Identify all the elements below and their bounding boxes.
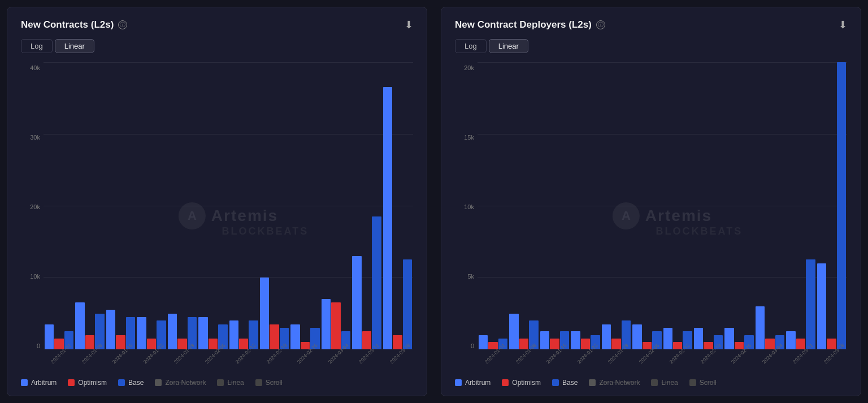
legend-zora-2: Zora Network — [589, 379, 640, 387]
bar-arbitrum — [198, 317, 207, 349]
download-icon-1[interactable]: ⬇ — [405, 19, 413, 31]
y-label-0b: 0 — [471, 343, 474, 349]
bar-group — [694, 62, 723, 349]
legend-label-arbitrum: Arbitrum — [465, 379, 491, 387]
panel-new-deployers: New Contract Deployers (L2s) ⓘ ⬇ Log Lin… — [441, 7, 861, 396]
legend-label-linea: Linea — [661, 379, 678, 387]
bar-group — [229, 62, 258, 349]
panel-header-1: New Contracts (L2s) ⓘ ⬇ — [21, 19, 413, 31]
bar-arbitrum — [260, 278, 269, 349]
chart-content-1: A Artemis BLOCKBEATS 2024-01-012024-01-0… — [44, 62, 413, 370]
bar-arbitrum — [817, 263, 826, 349]
y-label-0: 0 — [37, 343, 40, 349]
toggle-linear-1[interactable]: Linear — [55, 39, 94, 53]
legend-base-1: Base — [118, 379, 144, 387]
title-row-1: New Contracts (L2s) ⓘ — [21, 19, 127, 31]
legend-optimism-2: Optimism — [502, 379, 541, 387]
y-label-40k: 40k — [30, 64, 40, 71]
legend-dot-optimism — [502, 379, 509, 386]
toggle-log-1[interactable]: Log — [21, 39, 53, 53]
legend-label-optimism: Optimism — [512, 379, 541, 387]
bar-arbitrum — [786, 331, 795, 349]
bar-arbitrum — [383, 87, 392, 349]
chart-wrapper-2: 20k 15k 10k 5k 0 A Artemis BLOCKBEA — [455, 62, 847, 370]
bar-base — [837, 62, 846, 349]
bars-row-2 — [478, 62, 847, 349]
info-icon-1[interactable]: ⓘ — [118, 20, 127, 29]
legend-scroll-2: Scroll — [689, 379, 717, 387]
y-label-30k: 30k — [30, 134, 40, 141]
info-icon-2[interactable]: ⓘ — [596, 20, 605, 29]
legend-dot-arbitrum — [21, 379, 28, 386]
bar-arbitrum — [352, 256, 361, 349]
x-axis-2: 2024-01-012024-01-082024-01-152024-01-22… — [478, 349, 847, 370]
legend-label-scroll: Scroll — [700, 379, 717, 387]
legend-label-linea: Linea — [227, 379, 244, 387]
legend-linea-1: Linea — [217, 379, 244, 387]
legend-dot-linea — [217, 379, 224, 386]
bar-group — [632, 62, 661, 349]
legend-label-scroll: Scroll — [266, 379, 283, 387]
panel-title-1: New Contracts (L2s) — [21, 19, 114, 31]
bar-arbitrum — [479, 335, 488, 349]
legend-arbitrum-1: Arbitrum — [21, 379, 57, 387]
bar-optimism — [362, 331, 371, 349]
bar-optimism — [393, 335, 402, 349]
y-axis-1: 40k 30k 20k 10k 0 — [21, 62, 44, 370]
bar-arbitrum — [322, 299, 331, 349]
panel-title-2: New Contract Deployers (L2s) — [455, 19, 592, 31]
legend-label-optimism: Optimism — [78, 379, 107, 387]
legend-zora-1: Zora Network — [155, 379, 206, 387]
legend-label-zora: Zora Network — [165, 379, 206, 387]
bar-arbitrum — [540, 331, 549, 349]
legend-dot-base — [552, 379, 559, 386]
bar-arbitrum — [632, 324, 641, 349]
bar-group — [540, 62, 569, 349]
download-icon-2[interactable]: ⬇ — [839, 19, 847, 31]
legend-label-arbitrum: Arbitrum — [31, 379, 57, 387]
bar-group — [663, 62, 692, 349]
legend-base-2: Base — [552, 379, 578, 387]
bar-arbitrum — [106, 310, 115, 349]
x-axis-1: 2024-01-012024-01-082024-01-152024-01-22… — [44, 349, 413, 370]
legend-dot-zora — [589, 379, 596, 386]
legend-label-base: Base — [128, 379, 144, 387]
bar-base — [372, 216, 381, 349]
y-label-15k: 15k — [464, 134, 474, 141]
legend-dot-scroll — [689, 379, 696, 386]
legend-dot-base — [118, 379, 125, 386]
bar-base — [806, 259, 815, 349]
legend-linea-2: Linea — [651, 379, 678, 387]
y-label-5k: 5k — [467, 273, 474, 280]
y-axis-2: 20k 15k 10k 5k 0 — [455, 62, 478, 370]
chart-area-2: 20k 15k 10k 5k 0 A Artemis BLOCKBEA — [455, 62, 847, 370]
bar-arbitrum — [571, 331, 580, 349]
bar-group — [137, 62, 166, 349]
toggle-group-1: Log Linear — [21, 39, 413, 53]
legend-scroll-1: Scroll — [255, 379, 283, 387]
bar-arbitrum — [756, 306, 765, 349]
bar-group — [509, 62, 538, 349]
bar-arbitrum — [602, 324, 611, 349]
bar-group — [45, 62, 73, 349]
bar-group — [479, 62, 507, 349]
legend-label-base: Base — [562, 379, 578, 387]
bar-group — [322, 62, 350, 349]
legend-arbitrum-2: Arbitrum — [455, 379, 491, 387]
bar-group — [198, 62, 227, 349]
bars-row-1 — [44, 62, 413, 349]
bar-arbitrum — [229, 320, 238, 349]
bar-group — [786, 62, 815, 349]
panel-new-contracts: New Contracts (L2s) ⓘ ⬇ Log Linear 40k 3… — [7, 7, 427, 396]
bar-optimism — [85, 335, 94, 349]
legend-dot-optimism — [68, 379, 75, 386]
bar-arbitrum — [509, 314, 518, 350]
bar-optimism — [331, 302, 340, 349]
legend-optimism-1: Optimism — [68, 379, 107, 387]
toggle-linear-2[interactable]: Linear — [489, 39, 528, 53]
legend-2: Arbitrum Optimism Base Zora Network Line… — [455, 374, 847, 387]
bar-arbitrum — [290, 324, 300, 349]
legend-dot-scroll — [255, 379, 262, 386]
toggle-log-2[interactable]: Log — [455, 39, 487, 53]
chart-wrapper-1: 40k 30k 20k 10k 0 A Artemis BLOCKBE — [21, 62, 413, 370]
